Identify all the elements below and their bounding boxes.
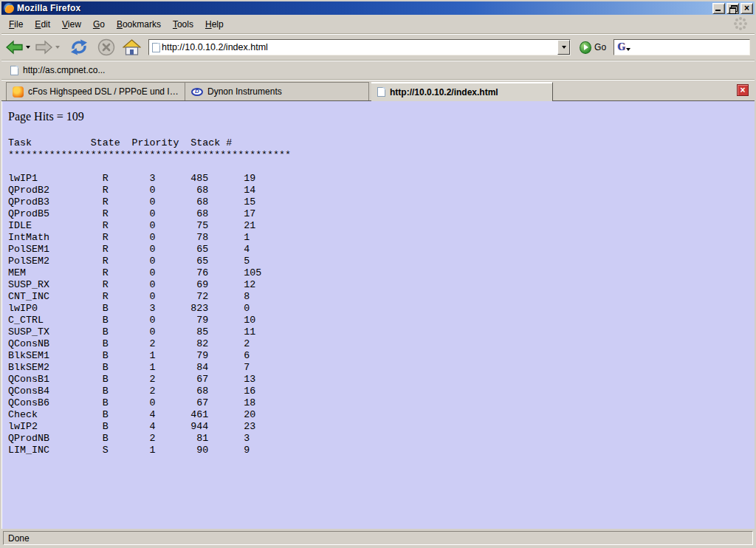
page-content: Page Hits = 109 Task State Priority Stac… — [1, 101, 755, 529]
search-input[interactable] — [632, 41, 749, 54]
menu-edit[interactable]: Edit — [29, 18, 56, 31]
throbber-icon — [735, 18, 747, 30]
tab-index-active[interactable]: http://10.0.10.2/index.html — [371, 82, 553, 101]
reload-button[interactable] — [69, 39, 89, 55]
back-icon — [6, 40, 23, 55]
cfos-favicon-icon — [13, 86, 24, 97]
window-title: Mozilla Firefox — [17, 3, 80, 13]
back-dropdown-caret[interactable] — [26, 46, 30, 49]
title-bar: Mozilla Firefox × — [1, 1, 755, 15]
restore-button[interactable] — [726, 3, 739, 14]
tab-label: cFos Highspeed DSL / PPPoE und ISDN CAP.… — [28, 86, 179, 97]
status-text: Done — [3, 531, 753, 545]
page-hits-text: Page Hits = 109 — [8, 110, 755, 123]
bookmark-label: http://as.cmpnet.co... — [23, 65, 105, 75]
forward-dropdown-caret[interactable] — [55, 46, 60, 49]
tab-dynon[interactable]: D Dynon Instruments — [185, 82, 369, 100]
go-button-label[interactable]: Go — [594, 42, 606, 52]
navigation-toolbar: Go G — [1, 34, 755, 61]
address-bar — [148, 39, 571, 55]
search-engine-caret[interactable] — [626, 48, 630, 51]
home-icon — [123, 39, 141, 55]
browser-window: Mozilla Firefox × File Edit View Go Book… — [0, 0, 756, 548]
firefox-logo-icon — [4, 3, 14, 13]
page-favicon-icon — [152, 43, 160, 52]
menu-file[interactable]: File — [3, 18, 29, 31]
document-favicon-icon — [377, 87, 385, 97]
address-dropdown-button[interactable] — [557, 40, 570, 55]
menu-bar: File Edit View Go Bookmarks Tools Help — [1, 15, 755, 34]
stop-icon — [97, 38, 115, 56]
tab-label: http://10.0.10.2/index.html — [390, 87, 498, 97]
task-table: Task State Priority Stack # ************… — [8, 137, 755, 456]
forward-icon — [35, 40, 52, 55]
close-button[interactable]: × — [740, 3, 753, 14]
reload-icon — [69, 39, 89, 55]
address-input[interactable] — [160, 41, 557, 54]
stop-button[interactable] — [97, 38, 115, 56]
search-bar: G — [614, 39, 750, 55]
dynon-favicon-icon: D — [191, 88, 203, 96]
menu-tools[interactable]: Tools — [167, 18, 199, 31]
status-bar: Done — [1, 529, 755, 547]
bookmark-favicon-icon — [10, 66, 18, 75]
home-button[interactable] — [123, 39, 141, 55]
menu-help[interactable]: Help — [199, 18, 230, 31]
tab-bar: cFos Highspeed DSL / PPPoE und ISDN CAP.… — [1, 80, 755, 101]
google-search-icon: G — [617, 42, 625, 52]
menu-bookmarks[interactable]: Bookmarks — [111, 18, 167, 31]
tab-cfos[interactable]: cFos Highspeed DSL / PPPoE und ISDN CAP.… — [6, 82, 185, 100]
close-tab-button[interactable]: × — [737, 84, 749, 96]
go-arrow-icon — [584, 44, 588, 50]
go-button[interactable] — [580, 41, 591, 54]
menu-go[interactable]: Go — [87, 18, 111, 31]
menu-view[interactable]: View — [56, 18, 87, 31]
bookmark-item[interactable]: http://as.cmpnet.co... — [7, 64, 108, 77]
bookmarks-toolbar: http://as.cmpnet.co... — [1, 61, 755, 80]
minimize-button[interactable] — [712, 3, 725, 14]
forward-button[interactable] — [35, 40, 52, 55]
tab-label: Dynon Instruments — [207, 86, 282, 97]
back-button[interactable] — [6, 40, 23, 55]
